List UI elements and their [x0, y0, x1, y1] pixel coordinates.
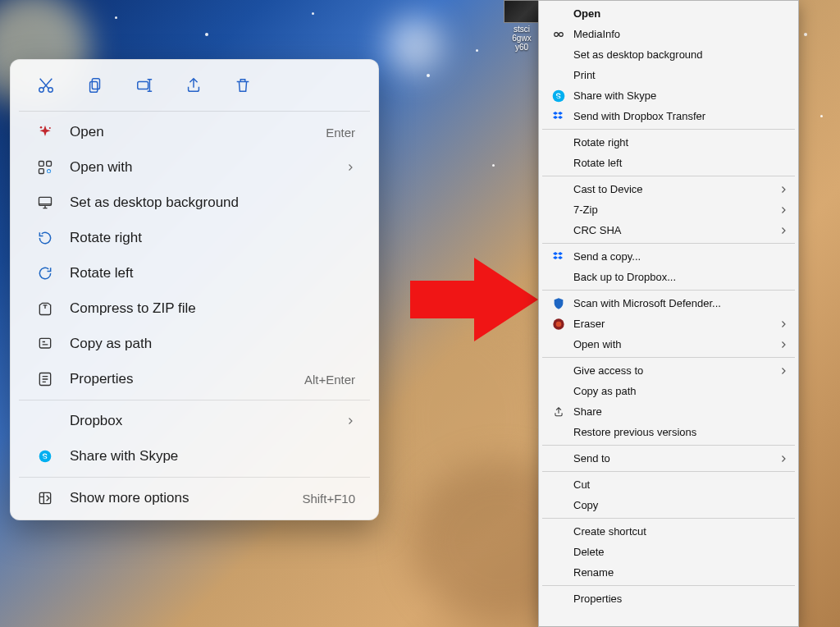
menu-item-rotate-left[interactable]: Rotate left: [541, 153, 797, 173]
shortcut-hint: Shift+F10: [302, 492, 355, 506]
menu-item-open-with[interactable]: Open with: [16, 150, 373, 185]
menu-item-dropbox[interactable]: Dropbox: [16, 404, 373, 438]
menu-item-label: Eraser: [567, 318, 778, 330]
menu-item-back-up-to-dropbox[interactable]: Back up to Dropbox...: [541, 267, 797, 287]
menu-item-label: Rename: [567, 566, 788, 579]
menu-item-label: Copy as path: [567, 385, 788, 397]
copy-button[interactable]: [81, 71, 109, 99]
properties-icon: [35, 371, 55, 387]
menu-item-copy[interactable]: Copy: [541, 495, 797, 515]
menu-item-label: Print: [567, 69, 788, 81]
menu-item-label: Share: [567, 405, 788, 418]
menu-item-eraser[interactable]: Eraser: [541, 314, 797, 334]
menu-item-give-access-to[interactable]: Give access to: [541, 360, 797, 381]
svg-point-6: [49, 127, 51, 129]
svg-rect-3: [90, 81, 98, 92]
shortcut-hint: Enter: [326, 126, 355, 140]
menu-item-label: Rotate right: [567, 136, 788, 149]
rename-button[interactable]: [130, 71, 158, 99]
menu-item-copy-as-path[interactable]: Copy as path: [541, 381, 797, 401]
menu-item-create-shortcut[interactable]: Create shortcut: [541, 521, 797, 542]
menu-item-open-with[interactable]: Open with: [541, 334, 797, 355]
menu-item-label: Rotate right: [70, 230, 355, 246]
menu-item-restore-previous-versions[interactable]: Restore previous versions: [541, 422, 797, 442]
menu-item-print[interactable]: Print: [541, 65, 797, 85]
menu-item-label: Send with Dropbox Transfer: [567, 110, 788, 122]
menu-item-cut[interactable]: Cut: [541, 474, 797, 495]
svg-rect-7: [39, 162, 44, 167]
menu-item-rename[interactable]: Rename: [541, 562, 797, 583]
menu-item-label: Show more options: [70, 490, 287, 506]
menu-item-label: Create shortcut: [567, 525, 788, 538]
menu-item-label: Send a copy...: [567, 250, 788, 263]
shortcut-hint: Alt+Enter: [304, 373, 355, 387]
menu-item-send-with-dropbox-transfer[interactable]: Send with Dropbox Transfer: [541, 106, 797, 126]
menu-item-rotate-right[interactable]: Rotate right: [541, 132, 797, 153]
skype-icon: [35, 450, 55, 463]
menu-item-open[interactable]: OpenEnter: [16, 115, 373, 149]
context-menu-classic: OpenMediaInfoSet as desktop backgroundPr…: [538, 0, 799, 627]
eraser-icon: [550, 318, 567, 331]
menu-item-scan-with-microsoft-defender[interactable]: Scan with Microsoft Defender...: [541, 293, 797, 314]
share-icon: [550, 406, 567, 418]
rotate-left-icon: [35, 265, 55, 281]
menu-item-label: Set as desktop background: [70, 195, 355, 211]
menu-item-mediainfo[interactable]: MediaInfo: [541, 24, 797, 44]
share-button[interactable]: [180, 71, 208, 99]
menu-item-set-as-desktop-background[interactable]: Set as desktop background: [541, 44, 797, 65]
more-icon: [35, 490, 55, 506]
separator: [542, 445, 795, 446]
menu-item-label: Set as desktop background: [567, 48, 788, 61]
chevron-right-icon: [778, 366, 788, 376]
menu-item-crc-sha[interactable]: CRC SHA: [541, 220, 797, 240]
menu-item-set-as-desktop-background[interactable]: Set as desktop background: [16, 185, 373, 220]
menu-item-properties[interactable]: Properties: [541, 588, 797, 609]
delete-button[interactable]: [229, 71, 257, 99]
menu-item-label: MediaInfo: [567, 28, 788, 40]
dropbox-icon: [550, 250, 567, 263]
menu-item-rotate-right[interactable]: Rotate right: [16, 221, 373, 255]
menu-item-label: Properties: [70, 371, 290, 387]
cut-button[interactable]: [32, 71, 60, 99]
menu-item-label: Share with Skype: [70, 448, 355, 465]
menu-item-cast-to-device[interactable]: Cast to Device: [541, 179, 797, 199]
menu-item-label: Scan with Microsoft Defender...: [567, 297, 788, 309]
menu-item-label: Share with Skype: [567, 89, 788, 102]
svg-point-1: [48, 88, 53, 93]
menu-item-label: Restore previous versions: [567, 426, 788, 438]
menu-item-share[interactable]: Share: [541, 401, 797, 422]
menu-item-label: Dropbox: [70, 413, 331, 429]
chevron-right-icon: [778, 185, 788, 195]
menu-item-compress-to-zip-file[interactable]: Compress to ZIP file: [16, 291, 373, 326]
menu-item-properties[interactable]: PropertiesAlt+Enter: [16, 362, 373, 396]
menu-item-label: Back up to Dropbox...: [567, 271, 788, 283]
menu-item-share-with-skype[interactable]: Share with Skype: [16, 439, 373, 474]
menu-item-rotate-left[interactable]: Rotate left: [16, 256, 373, 291]
menu-item-copy-as-path[interactable]: Copy as path: [16, 327, 373, 361]
menu-item-7-zip[interactable]: 7-Zip: [541, 199, 797, 220]
separator: [542, 585, 795, 586]
defender-icon: [550, 297, 567, 310]
menu-item-open[interactable]: Open: [541, 3, 797, 24]
menu-item-label: Delete: [567, 546, 788, 558]
menu-item-delete[interactable]: Delete: [541, 542, 797, 562]
menu-item-send-a-copy[interactable]: Send a copy...: [541, 246, 797, 267]
menu-item-label: Open with: [70, 159, 331, 176]
menu-item-label: Copy as path: [70, 336, 355, 352]
separator: [19, 111, 370, 112]
svg-point-16: [555, 32, 559, 36]
menu-item-show-more-options[interactable]: Show more optionsShift+F10: [16, 481, 373, 515]
menu-item-label: Cast to Device: [567, 183, 778, 195]
menu-item-send-to[interactable]: Send to: [541, 448, 797, 469]
svg-point-17: [559, 32, 564, 36]
svg-point-20: [556, 321, 562, 327]
separator: [542, 243, 795, 244]
chevron-right-icon: [778, 226, 788, 236]
menu-item-share-with-skype[interactable]: Share with Skype: [541, 85, 797, 106]
zip-icon: [35, 300, 55, 317]
comparison-arrow: [410, 263, 541, 336]
dropbox-icon: [550, 110, 567, 123]
separator: [542, 357, 795, 358]
menu-item-label: Give access to: [567, 364, 778, 377]
svg-rect-9: [39, 169, 44, 174]
